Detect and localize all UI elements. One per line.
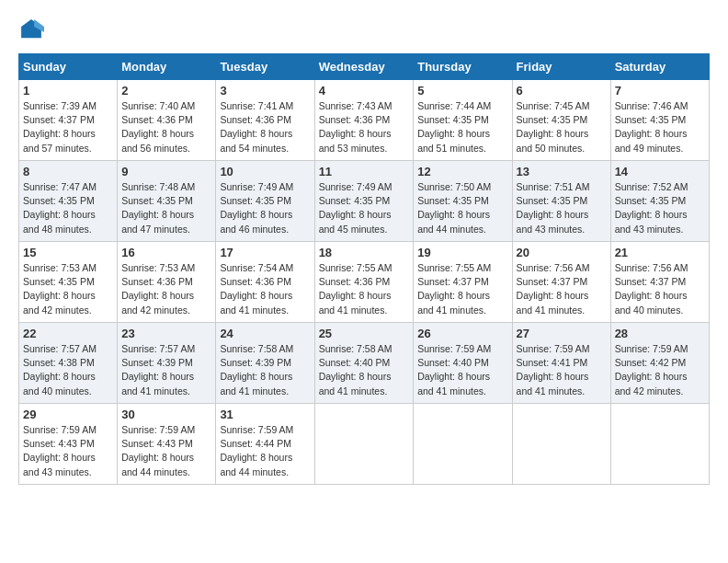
day-info: Sunrise: 7:47 AMSunset: 4:35 PMDaylight:… [23,180,113,236]
day-number: 5 [417,84,507,98]
day-info: Sunrise: 7:53 AMSunset: 4:35 PMDaylight:… [23,261,113,317]
week-row-4: 22Sunrise: 7:57 AMSunset: 4:38 PMDayligh… [19,323,710,404]
day-number: 19 [417,246,507,259]
day-info: Sunrise: 7:59 AMSunset: 4:41 PMDaylight:… [517,342,607,398]
day-cell-11: 11Sunrise: 7:49 AMSunset: 4:35 PMDayligh… [314,161,414,242]
weekday-header-row: SundayMondayTuesdayWednesdayThursdayFrid… [19,54,710,80]
day-info: Sunrise: 7:59 AMSunset: 4:44 PMDaylight:… [220,423,310,479]
day-number: 20 [517,246,607,259]
day-info: Sunrise: 7:55 AMSunset: 4:37 PMDaylight:… [417,261,507,317]
day-number: 31 [220,408,310,421]
week-row-2: 8Sunrise: 7:47 AMSunset: 4:35 PMDaylight… [19,161,710,242]
day-cell-2: 2Sunrise: 7:40 AMSunset: 4:36 PMDaylight… [118,80,216,161]
day-cell-14: 14Sunrise: 7:52 AMSunset: 4:35 PMDayligh… [610,161,709,242]
weekday-header-sunday: Sunday [19,54,118,80]
day-number: 17 [220,246,310,259]
day-number: 18 [319,246,410,259]
day-number: 3 [220,84,310,98]
day-number: 7 [615,84,705,98]
day-number: 8 [23,165,113,178]
day-cell-10: 10Sunrise: 7:49 AMSunset: 4:35 PMDayligh… [216,161,314,242]
day-number: 11 [319,165,410,178]
day-cell-9: 9Sunrise: 7:48 AMSunset: 4:35 PMDaylight… [118,161,216,242]
empty-cell [610,404,709,485]
day-number: 9 [121,165,211,178]
day-info: Sunrise: 7:56 AMSunset: 4:37 PMDaylight:… [517,261,607,317]
day-cell-27: 27Sunrise: 7:59 AMSunset: 4:41 PMDayligh… [512,323,610,404]
day-info: Sunrise: 7:55 AMSunset: 4:36 PMDaylight:… [319,261,410,317]
day-cell-5: 5Sunrise: 7:44 AMSunset: 4:35 PMDaylight… [414,80,512,161]
page-container: SundayMondayTuesdayWednesdayThursdayFrid… [0,0,728,494]
day-cell-31: 31Sunrise: 7:59 AMSunset: 4:44 PMDayligh… [216,404,314,485]
day-cell-21: 21Sunrise: 7:56 AMSunset: 4:37 PMDayligh… [610,242,709,323]
day-cell-7: 7Sunrise: 7:46 AMSunset: 4:35 PMDaylight… [610,80,709,161]
day-number: 1 [23,84,113,98]
day-info: Sunrise: 7:58 AMSunset: 4:39 PMDaylight:… [220,342,310,398]
empty-cell [512,404,610,485]
day-number: 14 [615,165,705,178]
day-cell-22: 22Sunrise: 7:57 AMSunset: 4:38 PMDayligh… [19,323,118,404]
week-row-3: 15Sunrise: 7:53 AMSunset: 4:35 PMDayligh… [19,242,710,323]
day-info: Sunrise: 7:57 AMSunset: 4:38 PMDaylight:… [23,342,113,398]
weekday-header-saturday: Saturday [610,54,709,80]
day-number: 10 [220,165,310,178]
day-number: 25 [319,327,410,340]
day-cell-28: 28Sunrise: 7:59 AMSunset: 4:42 PMDayligh… [610,323,709,404]
day-number: 23 [121,327,211,340]
day-cell-4: 4Sunrise: 7:43 AMSunset: 4:36 PMDaylight… [314,80,414,161]
day-info: Sunrise: 7:57 AMSunset: 4:39 PMDaylight:… [121,342,211,398]
day-cell-3: 3Sunrise: 7:41 AMSunset: 4:36 PMDaylight… [216,80,314,161]
day-info: Sunrise: 7:49 AMSunset: 4:35 PMDaylight:… [220,180,310,236]
day-number: 12 [417,165,507,178]
weekday-header-friday: Friday [512,54,610,80]
day-info: Sunrise: 7:48 AMSunset: 4:35 PMDaylight:… [121,180,211,236]
day-info: Sunrise: 7:52 AMSunset: 4:35 PMDaylight:… [615,180,705,236]
day-cell-17: 17Sunrise: 7:54 AMSunset: 4:36 PMDayligh… [216,242,314,323]
day-info: Sunrise: 7:50 AMSunset: 4:35 PMDaylight:… [417,180,507,236]
day-number: 29 [23,408,113,421]
day-info: Sunrise: 7:46 AMSunset: 4:35 PMDaylight:… [615,99,705,155]
week-row-5: 29Sunrise: 7:59 AMSunset: 4:43 PMDayligh… [19,404,710,485]
day-info: Sunrise: 7:59 AMSunset: 4:43 PMDaylight:… [23,423,113,479]
day-number: 26 [417,327,507,340]
week-row-1: 1Sunrise: 7:39 AMSunset: 4:37 PMDaylight… [19,80,710,161]
day-cell-19: 19Sunrise: 7:55 AMSunset: 4:37 PMDayligh… [414,242,512,323]
day-number: 15 [23,246,113,259]
day-cell-13: 13Sunrise: 7:51 AMSunset: 4:35 PMDayligh… [512,161,610,242]
weekday-header-wednesday: Wednesday [314,54,414,80]
day-info: Sunrise: 7:41 AMSunset: 4:36 PMDaylight:… [220,99,310,155]
day-number: 2 [121,84,211,98]
empty-cell [314,404,414,485]
empty-cell [414,404,512,485]
calendar-table: SundayMondayTuesdayWednesdayThursdayFrid… [18,53,710,485]
day-cell-25: 25Sunrise: 7:58 AMSunset: 4:40 PMDayligh… [314,323,414,404]
day-cell-30: 30Sunrise: 7:59 AMSunset: 4:43 PMDayligh… [118,404,216,485]
weekday-header-thursday: Thursday [414,54,512,80]
day-info: Sunrise: 7:39 AMSunset: 4:37 PMDaylight:… [23,99,113,155]
day-cell-8: 8Sunrise: 7:47 AMSunset: 4:35 PMDaylight… [19,161,118,242]
day-info: Sunrise: 7:45 AMSunset: 4:35 PMDaylight:… [517,99,607,155]
day-info: Sunrise: 7:53 AMSunset: 4:36 PMDaylight:… [121,261,211,317]
day-number: 24 [220,327,310,340]
day-info: Sunrise: 7:49 AMSunset: 4:35 PMDaylight:… [319,180,410,236]
day-cell-1: 1Sunrise: 7:39 AMSunset: 4:37 PMDaylight… [19,80,118,161]
logo-icon [18,17,44,42]
weekday-header-monday: Monday [118,54,216,80]
day-info: Sunrise: 7:54 AMSunset: 4:36 PMDaylight:… [220,261,310,317]
day-number: 16 [121,246,211,259]
day-number: 21 [615,246,705,259]
day-number: 4 [319,84,410,98]
day-number: 27 [517,327,607,340]
header [18,17,710,42]
day-cell-24: 24Sunrise: 7:58 AMSunset: 4:39 PMDayligh… [216,323,314,404]
day-cell-15: 15Sunrise: 7:53 AMSunset: 4:35 PMDayligh… [19,242,118,323]
day-info: Sunrise: 7:59 AMSunset: 4:42 PMDaylight:… [615,342,705,398]
day-cell-20: 20Sunrise: 7:56 AMSunset: 4:37 PMDayligh… [512,242,610,323]
day-info: Sunrise: 7:43 AMSunset: 4:36 PMDaylight:… [319,99,410,155]
logo [18,17,48,42]
day-cell-23: 23Sunrise: 7:57 AMSunset: 4:39 PMDayligh… [118,323,216,404]
day-number: 13 [517,165,607,178]
day-info: Sunrise: 7:58 AMSunset: 4:40 PMDaylight:… [319,342,410,398]
day-number: 22 [23,327,113,340]
day-cell-12: 12Sunrise: 7:50 AMSunset: 4:35 PMDayligh… [414,161,512,242]
